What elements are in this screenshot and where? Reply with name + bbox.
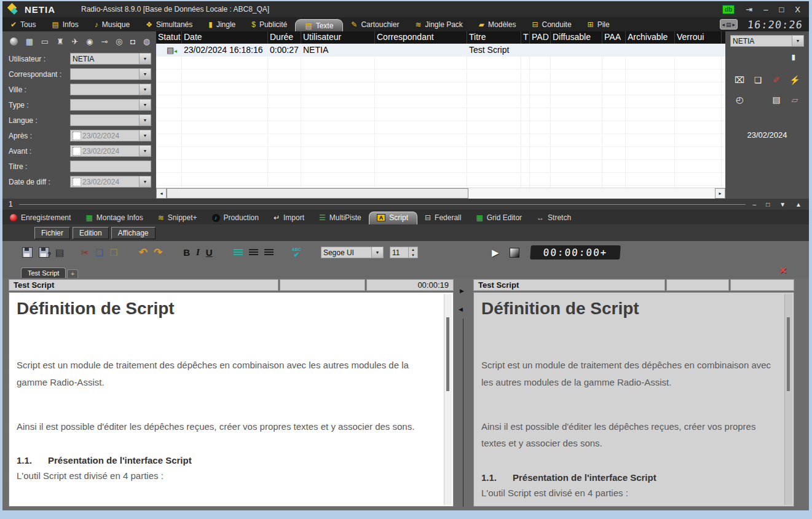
column-header-diffusable[interactable]: Diffusable: [551, 31, 602, 44]
expand-right-icon[interactable]: [460, 288, 464, 294]
tab-snippet[interactable]: Snippet+: [151, 213, 205, 224]
titre-input[interactable]: [70, 160, 151, 172]
font-size-input[interactable]: 11: [390, 247, 408, 258]
align-right-button[interactable]: [264, 249, 274, 256]
copy-button[interactable]: [95, 247, 103, 258]
ville-select[interactable]: [70, 84, 151, 95]
tab-multipiste[interactable]: MultiPiste: [312, 213, 369, 224]
scrollbar-thumb[interactable]: [787, 317, 790, 391]
align-left-button[interactable]: [234, 249, 243, 256]
sphere-icon[interactable]: [10, 38, 18, 46]
paste-button[interactable]: [109, 247, 117, 258]
trash-icon[interactable]: [735, 75, 744, 85]
maximize-button[interactable]: □: [779, 5, 784, 14]
tab-enregistrement[interactable]: Enregistrement: [2, 213, 78, 224]
cassette-icon[interactable]: [41, 37, 49, 46]
lightning-pen-icon[interactable]: [789, 75, 800, 85]
pane-splitter[interactable]: [454, 279, 473, 507]
tab-tous[interactable]: Tous: [2, 17, 44, 31]
minimize-button[interactable]: –: [763, 5, 768, 14]
cut-button[interactable]: [81, 247, 89, 258]
column-header-duree[interactable]: Durée: [268, 31, 301, 44]
scrollbar-thumb[interactable]: [167, 188, 468, 199]
column-header-statut[interactable]: Statut: [156, 31, 182, 44]
nav-right-icon[interactable]: [733, 22, 736, 28]
scroll-left-icon[interactable]: [156, 188, 167, 199]
checkbox[interactable]: [73, 147, 81, 156]
close-button[interactable]: X: [795, 5, 800, 14]
close-preview-icon[interactable]: [779, 265, 787, 276]
new-document-button[interactable]: [55, 247, 64, 258]
document-editor[interactable]: Définition de Script Script est un modul…: [9, 292, 454, 507]
scroll-right-icon[interactable]: [715, 188, 725, 199]
tab-cartouchier[interactable]: Cartouchier: [343, 17, 407, 31]
user-select[interactable]: NETIA: [730, 35, 804, 47]
tab-jingle[interactable]: Jingle: [200, 17, 243, 31]
plane-icon[interactable]: [71, 37, 78, 46]
checkbox[interactable]: [73, 178, 81, 186]
checkbox[interactable]: [73, 132, 81, 140]
table-row[interactable]: 23/02/2024 16:18:16 0:00:27 NETIA Test S…: [156, 44, 725, 57]
underline-button[interactable]: U: [206, 247, 213, 258]
column-header-verrouille[interactable]: Verroui: [675, 31, 722, 44]
tab-publicite[interactable]: Publicité: [243, 17, 295, 31]
spellcheck-button[interactable]: ABC: [292, 247, 301, 258]
paint-brush-icon[interactable]: [773, 75, 780, 85]
column-header-titre[interactable]: Titre: [467, 31, 521, 44]
menu-fichier[interactable]: Fichier: [34, 227, 70, 239]
globe-icon[interactable]: [143, 37, 150, 46]
lock-icon[interactable]: [130, 37, 135, 46]
expand-left-icon[interactable]: [459, 306, 463, 312]
tab-import[interactable]: Import: [266, 213, 312, 224]
font-size-stepper[interactable]: [408, 247, 418, 258]
type-select[interactable]: [70, 99, 151, 111]
menu-affichage[interactable]: Affichage: [111, 227, 156, 239]
bold-button[interactable]: B: [183, 247, 190, 258]
avant-date-select[interactable]: 23/02/2024: [70, 145, 151, 157]
langue-select[interactable]: [70, 114, 151, 126]
column-header-pad[interactable]: PAD: [530, 31, 551, 44]
correspondant-select[interactable]: [70, 68, 151, 80]
copy-pages-icon[interactable]: [754, 75, 762, 85]
tab-conduite[interactable]: Conduite: [524, 17, 579, 31]
cd-icon[interactable]: [116, 37, 122, 46]
section-minimize-button[interactable]: –: [753, 201, 757, 208]
tab-grid-editor[interactable]: Grid Editor: [468, 213, 529, 224]
apres-date-select[interactable]: 23/02/2024: [70, 130, 151, 141]
font-family-select[interactable]: Segoe UI: [321, 247, 384, 258]
align-center-button[interactable]: [249, 249, 258, 256]
undo-button[interactable]: [139, 246, 148, 259]
menu-edition[interactable]: Edition: [73, 227, 109, 239]
stop-button[interactable]: [510, 248, 519, 258]
scrollbar-thumb[interactable]: [446, 317, 449, 391]
section-maximize-button[interactable]: □: [766, 201, 770, 208]
key-icon[interactable]: [101, 37, 108, 46]
mixer-icon[interactable]: [26, 37, 33, 46]
save-button[interactable]: [22, 247, 33, 258]
tab-musique[interactable]: Musique: [87, 17, 138, 31]
section-up-icon[interactable]: [795, 201, 802, 208]
add-document-tab-button[interactable]: +: [67, 269, 78, 278]
vertical-scrollbar[interactable]: [784, 294, 792, 505]
tab-federall[interactable]: Federall: [417, 213, 468, 224]
tab-simultanes[interactable]: Simultanés: [138, 17, 200, 31]
utilisateur-select[interactable]: NETIA: [70, 53, 151, 65]
document-preview[interactable]: Définition de Script Script est un modul…: [473, 292, 794, 507]
column-header-correspondant[interactable]: Correspondant: [375, 31, 467, 44]
column-header-date[interactable]: Date: [182, 31, 268, 44]
tab-jingle-pack[interactable]: Jingle Pack: [407, 17, 470, 31]
database-icon[interactable]: db: [722, 5, 735, 14]
column-header-utilisateur[interactable]: Utilisateur: [301, 31, 375, 44]
vertical-scrollbar[interactable]: [444, 294, 452, 505]
list-view-icon[interactable]: [726, 22, 731, 28]
tab-stretch[interactable]: Stretch: [529, 213, 578, 224]
tab-texte[interactable]: Texte: [295, 19, 343, 31]
section-down-icon[interactable]: [779, 201, 786, 208]
tab-modeles[interactable]: Modèles: [471, 17, 524, 31]
column-header-paa[interactable]: PAA: [602, 31, 626, 44]
horizontal-scrollbar[interactable]: [156, 188, 725, 199]
speakers-icon[interactable]: [57, 37, 64, 46]
redo-button[interactable]: [154, 246, 162, 259]
italic-button[interactable]: I: [196, 247, 200, 258]
column-header-archivable[interactable]: Archivable: [626, 31, 675, 44]
